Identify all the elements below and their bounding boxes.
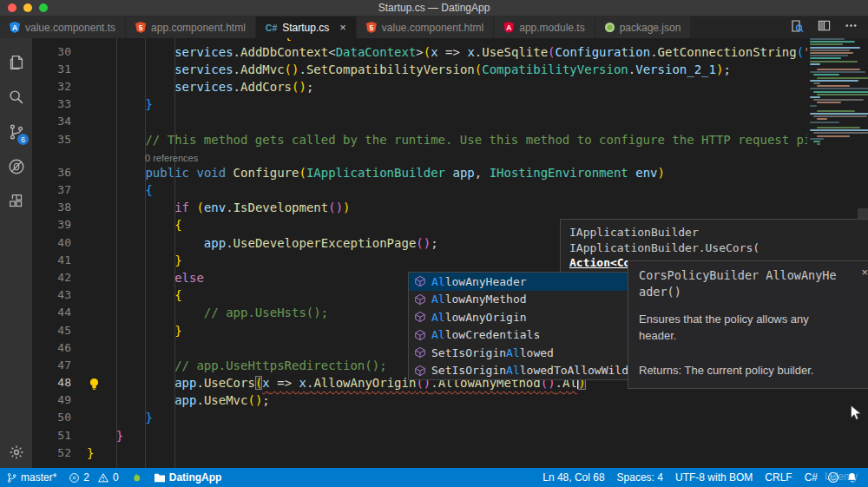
status-bar-right: Ln 48, Col 68 Spaces: 4 UTF-8 with BOM C…	[536, 471, 868, 484]
code-line-31: 31 services.AddMvc().SetCompatibilityVer…	[32, 63, 807, 80]
line-number: 44	[32, 306, 71, 323]
more-actions-icon[interactable]	[845, 19, 858, 36]
codelens-references[interactable]: 0 references	[32, 150, 807, 166]
tab-startup-cs[interactable]: C#Startup.cs×	[256, 16, 357, 38]
method-cube-icon	[414, 293, 426, 306]
suggestion-item[interactable]: AllowAnyMethod	[409, 291, 637, 309]
suggestion-item[interactable]: AllowCredentials	[409, 326, 637, 345]
tab-bar: Avalue.component.ts5app.component.htmlC#…	[0, 16, 868, 38]
line-number: 39	[32, 218, 71, 235]
line-number: 38	[32, 201, 71, 218]
line-number: 50	[32, 411, 71, 428]
suggestion-item[interactable]: AllowAnyHeader	[409, 273, 637, 291]
activity-bar: 6	[0, 38, 32, 468]
workspace-folder-item[interactable]: DatingApp	[148, 468, 228, 487]
tooltip-signature: CorsPolicyBuilder AllowAnyHeader()	[639, 267, 840, 300]
mouse-pointer	[850, 405, 861, 424]
code-line-29: 29 {	[32, 38, 807, 45]
git-branch-item[interactable]: master*	[0, 468, 62, 487]
udemy-watermark: Udemy	[825, 471, 858, 483]
code-line-37: 37 {	[32, 183, 807, 201]
line-number: 33	[32, 97, 71, 115]
encoding-item[interactable]: UTF-8 with BOM	[669, 471, 759, 484]
language-mode-item[interactable]: C#	[799, 471, 824, 484]
suggestion-item[interactable]: SetIsOriginAllowedToAllowWild	[409, 362, 637, 380]
eol-item[interactable]: CRLF	[759, 471, 798, 484]
line-number: 32	[32, 80, 71, 97]
html-icon: 5	[366, 22, 377, 33]
suggestion-item[interactable]: SetIsOriginAllowed	[409, 344, 637, 362]
signature-line: IApplicationBuilder.UseCors(	[569, 240, 868, 256]
line-number: 46	[32, 341, 71, 359]
line-number: 35	[32, 133, 71, 150]
title-bar: Startup.cs — DatingApp	[0, 0, 868, 16]
line-number: 47	[32, 359, 71, 376]
warning-icon	[97, 472, 109, 484]
tab-label: app.component.html	[151, 22, 246, 34]
flame-extension-item[interactable]	[125, 468, 148, 487]
code-line-51: 51 }	[32, 429, 807, 446]
tab-label: value.component.ts	[25, 22, 115, 34]
line-number: 52	[32, 446, 71, 464]
code-line-33: 33 }	[32, 97, 807, 115]
problems-item[interactable]: 2 0	[62, 468, 124, 487]
quick-fix-lightbulb-icon[interactable]	[89, 378, 100, 395]
code-line-36: 36 public void Configure(IApplicationBui…	[32, 166, 807, 183]
tooltip-returns: Returns: The current policy builder.	[639, 362, 863, 378]
method-cube-icon	[414, 365, 426, 377]
line-number: 31	[32, 63, 71, 80]
tooltip-close-icon[interactable]: ×	[861, 267, 868, 278]
tab-value-component-html[interactable]: 5value.component.html	[357, 16, 494, 38]
method-cube-icon	[414, 329, 426, 341]
explorer-icon[interactable]	[0, 45, 32, 80]
tab-package-json[interactable]: package.json	[595, 16, 692, 38]
angular-ts-icon: A	[10, 22, 20, 33]
editor-actions	[790, 16, 868, 38]
tooltip-description: Ensures that the policy allows any heade…	[639, 311, 837, 344]
open-preview-icon[interactable]	[790, 19, 804, 36]
folder-icon	[154, 472, 166, 483]
line-number: 30	[32, 45, 71, 63]
split-editor-icon[interactable]	[818, 19, 831, 36]
method-cube-icon	[414, 275, 426, 287]
suggestion-doc-tooltip: × CorsPolicyBuilder AllowAnyHeader() Ens…	[628, 260, 868, 389]
code-line-50: 50 }	[32, 411, 807, 428]
flame-icon	[131, 471, 141, 484]
vscode-window: { "window": { "title": "Startup.cs — Dat…	[0, 0, 868, 487]
line-number: 42	[32, 271, 71, 288]
settings-gear-icon[interactable]	[0, 444, 32, 461]
line-number: 29	[32, 38, 71, 45]
tab-label: value.component.html	[382, 22, 483, 34]
tab-app-component-html[interactable]: 5app.component.html	[126, 16, 256, 38]
tab-app-module-ts[interactable]: Aapp.module.ts	[494, 16, 595, 38]
tab-label: app.module.ts	[519, 22, 584, 34]
line-number: 49	[32, 393, 71, 411]
line-number: 45	[32, 324, 71, 341]
tab-label: package.json	[620, 22, 681, 34]
tabs-container: Avalue.component.ts5app.component.htmlC#…	[0, 16, 691, 38]
search-icon[interactable]	[0, 80, 32, 115]
line-number: 36	[32, 166, 71, 183]
line-number: 43	[32, 288, 71, 306]
tab-close-icon[interactable]: ×	[339, 22, 346, 33]
cursor-position-item[interactable]: Ln 48, Col 68	[536, 471, 610, 484]
signature-line: IApplicationBuilder	[569, 225, 868, 240]
debug-icon[interactable]	[0, 149, 32, 184]
line-number: 51	[32, 429, 71, 446]
json-icon	[605, 23, 615, 32]
code-line-49: 49 app.UseMvc();	[32, 393, 807, 411]
line-number: 34	[32, 115, 71, 132]
window-title: Startup.cs — DatingApp	[0, 0, 868, 16]
code-line-35: 35 // This method gets called by the run…	[32, 133, 807, 150]
code-line-38: 38 if (env.IsDevelopment())	[32, 201, 807, 218]
error-icon	[69, 472, 80, 484]
line-number: 48	[32, 376, 71, 393]
extensions-icon[interactable]	[0, 184, 32, 219]
source-control-icon[interactable]: 6	[0, 115, 32, 149]
tab-value-component-ts[interactable]: Avalue.component.ts	[0, 16, 126, 38]
indentation-item[interactable]: Spaces: 4	[611, 471, 669, 484]
tab-label: Startup.cs	[282, 22, 329, 34]
method-cube-icon	[414, 311, 426, 323]
suggestion-item[interactable]: AllowAnyOrigin	[409, 308, 637, 326]
line-number: 40	[32, 236, 71, 253]
